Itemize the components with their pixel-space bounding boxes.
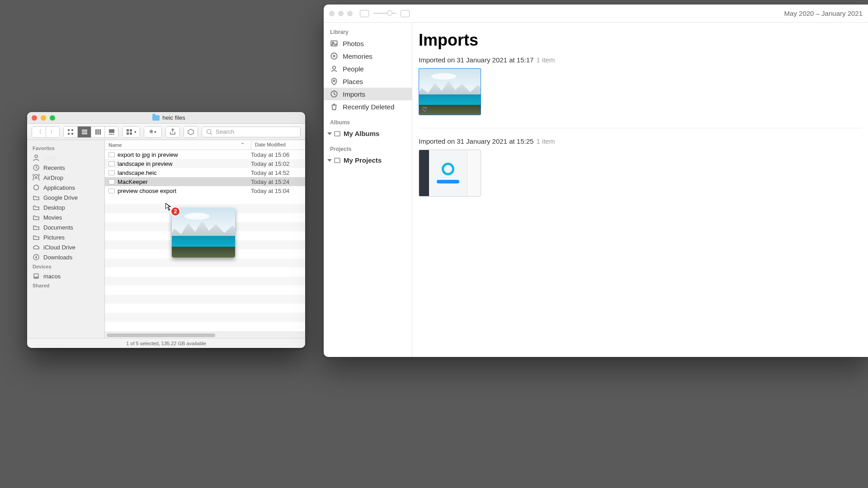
date-range: May 2020 – January 2021 xyxy=(784,9,863,17)
sidebar-item-downloads[interactable]: Downloads xyxy=(27,252,104,262)
sidebar-item-········[interactable]: ········ xyxy=(27,153,104,163)
sidebar-item-desktop[interactable]: Desktop xyxy=(27,202,104,212)
sidebar-item-label: People xyxy=(343,65,364,73)
sidebar-item-movies[interactable]: Movies xyxy=(27,212,104,222)
sidebar-item-applications[interactable]: Applications xyxy=(27,183,104,192)
sidebar-item-label: Documents xyxy=(43,224,73,231)
tags-button[interactable] xyxy=(184,127,198,137)
zoom-slider[interactable] xyxy=(373,13,396,14)
svg-rect-11 xyxy=(109,134,110,135)
window-title: heic files xyxy=(37,114,301,121)
sidebar-item-label: AirDrop xyxy=(43,174,63,181)
sidebar-item-label: Photos xyxy=(343,40,364,47)
column-date[interactable]: Date Modified xyxy=(251,140,305,150)
svg-rect-5 xyxy=(82,131,87,132)
svg-point-30 xyxy=(333,80,335,81)
gallery-view-button[interactable] xyxy=(104,127,118,137)
sidebar-item-photos[interactable]: Photos xyxy=(324,37,412,50)
search-icon xyxy=(206,128,213,136)
grid-small-button[interactable] xyxy=(360,10,369,17)
svg-point-18 xyxy=(207,129,211,133)
photo-thumbnail[interactable]: ♡ xyxy=(419,68,481,115)
folder-icon xyxy=(152,115,160,121)
folder-icon xyxy=(33,194,40,201)
sidebar-item-label: Applications xyxy=(43,184,75,191)
sidebar-item-label: Memories xyxy=(343,52,373,60)
sidebar-item-recently-deleted[interactable]: Recently Deleted xyxy=(324,100,412,113)
column-view-button[interactable] xyxy=(91,127,104,137)
slider-knob[interactable] xyxy=(387,10,392,16)
sidebar-item-documents[interactable]: Documents xyxy=(27,222,104,232)
grid-large-button[interactable] xyxy=(401,10,410,17)
sidebar-item-label: Imports xyxy=(343,90,365,98)
import-block: Imported on 31 January 2021 at 15:171 it… xyxy=(419,56,862,115)
back-button[interactable]: 〈 xyxy=(32,127,46,137)
column-name[interactable]: Name ⌃ xyxy=(105,140,251,150)
import-line: Imported on 31 January 2021 at 15:171 it… xyxy=(419,56,862,64)
table-row[interactable]: landscape in previewToday at 15:02 xyxy=(105,159,305,168)
trash-icon xyxy=(330,103,338,111)
my-albums[interactable]: My Albums xyxy=(324,127,412,140)
my-albums-label: My Albums xyxy=(344,130,379,137)
sidebar-item-label: ········ xyxy=(43,155,57,161)
search-input[interactable]: Search xyxy=(202,127,301,137)
favorite-icon[interactable]: ♡ xyxy=(422,106,428,113)
photo-thumbnail[interactable] xyxy=(419,150,481,197)
list-view-button[interactable] xyxy=(77,127,91,137)
finder-titlebar[interactable]: heic files xyxy=(27,112,305,124)
library-header: Library xyxy=(324,27,412,37)
svg-rect-0 xyxy=(68,129,70,131)
list-header[interactable]: Name ⌃ Date Modified xyxy=(105,140,305,150)
album-icon xyxy=(334,130,341,137)
sidebar-item-places[interactable]: Places xyxy=(324,75,412,88)
horizontal-scrollbar[interactable] xyxy=(105,332,305,338)
table-row[interactable]: MacKeeperToday at 15:24 xyxy=(105,177,305,186)
table-row[interactable]: export to jpg in previewToday at 15:06 xyxy=(105,150,305,159)
import-date: Imported on 31 January 2021 at 15:25 xyxy=(419,137,533,145)
file-icon xyxy=(108,161,115,166)
disclosure-icon xyxy=(327,159,332,162)
import-line: Imported on 31 January 2021 at 15:251 it… xyxy=(419,137,862,145)
file-date: Today at 15:24 xyxy=(251,178,305,185)
minimize-icon[interactable] xyxy=(338,11,344,16)
share-button[interactable] xyxy=(166,127,179,137)
close-icon[interactable] xyxy=(329,11,335,16)
sidebar-item-label: Places xyxy=(343,78,363,85)
svg-rect-14 xyxy=(127,129,129,131)
project-icon xyxy=(334,157,341,164)
icon-view-button[interactable] xyxy=(64,127,77,137)
sidebar-item-people[interactable]: People xyxy=(324,62,412,75)
import-count: 1 item xyxy=(536,137,555,145)
sidebar-item-google-drive[interactable]: Google Drive xyxy=(27,192,104,202)
svg-rect-3 xyxy=(71,133,73,135)
svg-rect-13 xyxy=(113,134,114,135)
svg-rect-25 xyxy=(35,277,38,278)
photos-toolbar: May 2020 – January 2021 xyxy=(324,5,868,23)
sidebar-item-pictures[interactable]: Pictures xyxy=(27,232,104,242)
sidebar-item-imports[interactable]: Imports xyxy=(324,88,412,100)
cloud-icon xyxy=(33,244,40,251)
import-date: Imported on 31 January 2021 at 15:17 xyxy=(419,56,533,64)
file-icon xyxy=(108,152,115,157)
albums-header: Albums xyxy=(324,117,412,127)
sidebar-item-label: macos xyxy=(43,273,61,280)
sidebar-item-macos[interactable]: macos xyxy=(27,271,104,281)
sidebar-item-memories[interactable]: Memories xyxy=(324,50,412,62)
sidebar-item-icloud-drive[interactable]: iCloud Drive xyxy=(27,242,104,252)
list-rows[interactable]: export to jpg in previewToday at 15:06la… xyxy=(105,150,305,332)
table-row[interactable]: landscape.heicToday at 14:52 xyxy=(105,168,305,177)
page-title: Imports xyxy=(419,31,862,50)
close-icon[interactable] xyxy=(32,115,37,121)
scrollbar-thumb[interactable] xyxy=(107,333,215,337)
action-button[interactable]: ✻▾ xyxy=(144,127,161,137)
file-list: Name ⌃ Date Modified export to jpg in pr… xyxy=(105,140,305,338)
forward-button[interactable]: 〉 xyxy=(46,127,59,137)
my-projects[interactable]: My Projects xyxy=(324,154,412,166)
download-icon xyxy=(33,253,40,261)
folder-icon xyxy=(33,214,40,221)
sidebar-item-airdrop[interactable]: AirDrop xyxy=(27,173,104,183)
zoom-icon[interactable] xyxy=(347,11,353,16)
sidebar-item-recents[interactable]: Recents xyxy=(27,163,104,173)
table-row[interactable]: preview choose exportToday at 15:04 xyxy=(105,186,305,195)
arrange-button[interactable]: ▾ xyxy=(123,127,140,137)
